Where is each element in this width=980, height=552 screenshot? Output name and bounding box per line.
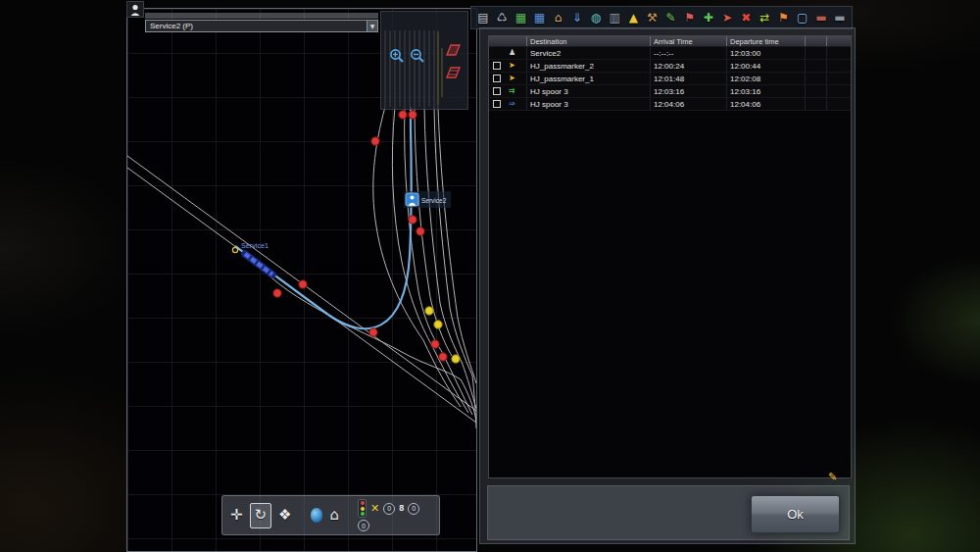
top-toolbar: ▤♺▦▦⌂⇓◍▥▲⚒✎⚑✚➤✖⇄⚑▢▬▬: [470, 6, 853, 29]
map-bottom-toolbar: ✛ ↻ ❖ ⌂ ✕ 0 8 0 0: [221, 495, 440, 535]
row-checkbox[interactable]: [493, 87, 501, 95]
signal-lights-icon[interactable]: [358, 499, 367, 518]
flag-marker-icon[interactable]: ⚑: [682, 9, 698, 26]
delete-marker-icon[interactable]: ✖: [738, 9, 754, 26]
timetable-view-icon[interactable]: ▦: [513, 9, 528, 26]
timetable-header: Destination Arrival Time Departure time: [489, 36, 851, 47]
terrain-tool-icon[interactable]: ▲: [625, 9, 641, 26]
zoom-out-button[interactable]: [409, 47, 425, 64]
coupling-tool-icon[interactable]: ❖: [278, 508, 291, 523]
signal-toggle-cluster: ✕ 0 8 0 0: [358, 499, 431, 531]
platform-stop-icon: ⇒: [509, 100, 515, 108]
train-red-icon[interactable]: ▬: [813, 9, 829, 26]
driver-icon[interactable]: [126, 1, 144, 18]
train-dark-icon[interactable]: ▬: [832, 9, 848, 26]
delete-tool-icon[interactable]: ♺: [494, 9, 510, 26]
zoom-tools-panel: [380, 11, 468, 110]
zoom-in-icon: [389, 48, 405, 64]
timetable-panel: Destination Arrival Time Departure time …: [479, 27, 856, 544]
edit-pencil-icon[interactable]: ✎: [828, 472, 837, 482]
edit-check-icon[interactable]: ✎: [663, 9, 679, 26]
rotate-icon: ↻: [255, 508, 268, 523]
timetable-row[interactable]: ⇉HJ spoor 312:03:1612:03:16: [489, 85, 851, 98]
tools-icon[interactable]: ⚒: [644, 9, 660, 26]
timetable-rows: ♟Service2--:--:--12:03:00➤HJ_passmarker_…: [489, 47, 851, 111]
signal-tool-icon[interactable]: ◍: [588, 9, 604, 26]
service-dropdown-value: Service2 (P): [150, 22, 193, 30]
marker-label: Service2: [421, 197, 447, 204]
zoom-out-icon: [410, 48, 425, 64]
departure-time-cell: 12:03:00: [726, 47, 805, 59]
destination-cell: HJ_passmarker_2: [526, 60, 650, 72]
column-header-departure[interactable]: Departure time: [726, 36, 805, 46]
monitor-icon[interactable]: ▢: [795, 9, 810, 26]
service-dropdown[interactable]: Service2 (P) ▼: [145, 20, 378, 32]
passmarker-icon: ➤: [509, 62, 515, 70]
driver-icon: ♟: [509, 49, 515, 57]
destination-cell: HJ spoor 3: [526, 98, 650, 110]
row-checkbox[interactable]: [493, 75, 501, 82]
home-icon[interactable]: ⌂: [329, 508, 339, 523]
swap-direction-icon[interactable]: ⇄: [757, 9, 772, 26]
pan-tool-icon[interactable]: ✛: [230, 508, 243, 523]
timetable-row[interactable]: ♟Service2--:--:--12:03:00: [489, 47, 851, 60]
destination-cell: HJ_passmarker_1: [526, 73, 650, 84]
departure-time-cell: 12:04:06: [726, 98, 805, 110]
arrival-time-cell: 12:00:24: [650, 60, 726, 72]
departure-time-cell: 12:02:08: [726, 73, 805, 84]
toggle-button[interactable]: 0: [358, 520, 369, 531]
rotate-tool-button[interactable]: ↻: [250, 503, 271, 528]
add-waypoint-icon[interactable]: ✚: [701, 9, 716, 26]
siding-tool-icon[interactable]: ▥: [607, 9, 622, 26]
destination-cell: HJ spoor 3: [526, 85, 650, 97]
column-header-arrival[interactable]: Arrival Time: [650, 36, 726, 46]
destination-marker[interactable]: Service2: [404, 191, 451, 208]
draw-area-icon[interactable]: [443, 43, 463, 57]
departure-time-cell: 12:00:44: [726, 60, 805, 72]
lock-icon[interactable]: 8: [399, 504, 404, 513]
ok-button[interactable]: Ok: [751, 495, 840, 533]
person-icon: [128, 3, 142, 17]
chevron-down-icon[interactable]: ▼: [367, 21, 377, 31]
row-checkbox[interactable]: [493, 62, 501, 70]
toggle-button[interactable]: 0: [383, 503, 395, 515]
train-label: Service1: [241, 241, 269, 250]
timetable-row[interactable]: ➤HJ_passmarker_212:00:2412:00:44: [489, 60, 851, 73]
row-checkbox[interactable]: [493, 100, 501, 108]
waypoint-icon: ⇉: [509, 87, 515, 95]
passmarker-icon: ➤: [509, 75, 515, 82]
zoom-in-button[interactable]: [388, 47, 405, 64]
route-highlight: [235, 107, 412, 328]
grid-view-icon[interactable]: ▦: [531, 9, 547, 26]
train-start-ring: [232, 247, 237, 252]
crossing-icon[interactable]: ✕: [370, 503, 379, 514]
timetable-table: Destination Arrival Time Departure time …: [488, 35, 852, 478]
timetable-row[interactable]: ⇒HJ spoor 312:04:0612:04:06: [489, 98, 851, 111]
column-header-destination[interactable]: Destination: [526, 36, 650, 46]
go-to-icon[interactable]: ➤: [719, 9, 735, 26]
toggle-button[interactable]: 0: [408, 503, 419, 515]
portal-icon[interactable]: ⌂: [551, 9, 566, 26]
arrival-time-cell: 12:01:48: [650, 73, 726, 84]
map-panel[interactable]: Service1 Service2 Service2 (P) ▼: [126, 8, 477, 552]
marker-person-icon: [411, 196, 415, 200]
destination-flag-icon[interactable]: ⚑: [776, 9, 792, 26]
arrival-time-cell: 12:04:06: [650, 98, 726, 110]
world-icon[interactable]: [311, 508, 323, 523]
timetable-row[interactable]: ➤HJ_passmarker_112:01:4812:02:08: [489, 73, 851, 85]
consist-icon[interactable]: ▤: [475, 9, 491, 26]
dropdown-header-strip: [145, 13, 378, 19]
arrival-time-cell: --:--:--: [650, 47, 726, 59]
destination-cell: Service2: [526, 47, 650, 59]
drop-vehicle-icon[interactable]: ⇓: [569, 9, 585, 26]
departure-time-cell: 12:03:16: [726, 85, 805, 97]
arrival-time-cell: 12:03:16: [650, 85, 726, 97]
draw-lines-icon[interactable]: [443, 66, 463, 79]
